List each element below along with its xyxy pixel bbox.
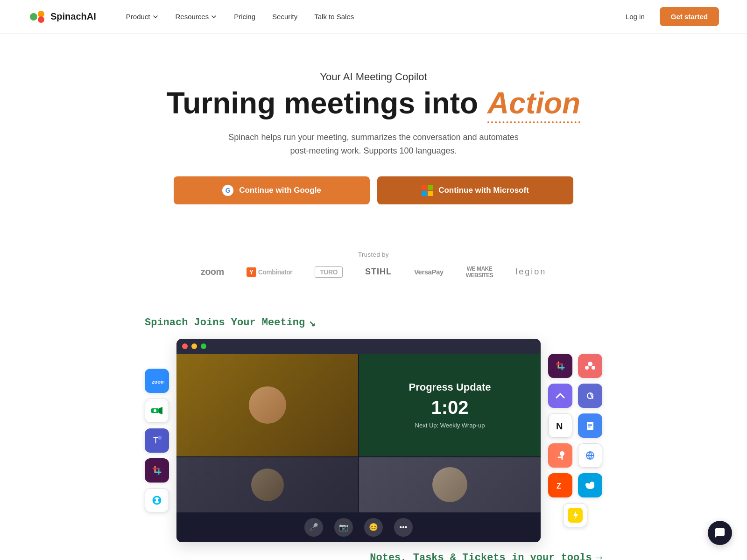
svg-rect-31: [583, 388, 598, 403]
hubspot-right-icon: [548, 443, 572, 468]
logo-text: SpinachAI: [50, 11, 96, 22]
svg-rect-40: [553, 448, 568, 463]
legion-logo: legion: [515, 267, 546, 277]
google-workspace-right-icon: [578, 443, 602, 468]
hero-section: Your AI Meeting Copilot Turning meetings…: [0, 34, 747, 251]
video-window: Progress Update 1:02 Next Up: Weekly Wra…: [176, 339, 541, 542]
svg-rect-21: [553, 358, 568, 373]
linear-right-icon: [578, 384, 602, 408]
nav-talk-to-sales[interactable]: Talk to Sales: [307, 9, 361, 24]
continue-with-microsoft-button[interactable]: Continue with Microsoft: [377, 176, 573, 204]
svg-point-11: [158, 436, 162, 440]
google-meet-app-icon: [145, 399, 169, 423]
svg-point-2: [38, 16, 44, 23]
teams-app-icon: T: [145, 428, 169, 453]
spinach-logo-icon: [28, 7, 47, 26]
logo-link[interactable]: SpinachAI: [28, 7, 96, 26]
notion-right-icon: N: [548, 413, 572, 438]
hero-title-prefix: Turning meetings into: [167, 87, 478, 119]
continue-with-google-button[interactable]: G Continue with Google: [174, 176, 370, 204]
trusted-logos: zoom Y Combinator TURO STIHL VersaPay WE…: [0, 266, 747, 279]
camera-button[interactable]: 📷: [334, 518, 353, 537]
slack-app-icon: [145, 458, 169, 483]
demo-label-bottom: Notes, Tasks & Tickets in your tools →: [145, 552, 602, 560]
stihl-logo: STIHL: [365, 267, 392, 277]
trusted-section: Trusted by zoom Y Combinator TURO STIHL …: [0, 251, 747, 279]
svg-point-19: [153, 499, 156, 502]
nav-pricing[interactable]: Pricing: [226, 9, 263, 24]
zoom-app-icon: zoom: [145, 369, 169, 393]
maximize-dot: [201, 343, 206, 349]
overlay-time: 1:02: [431, 397, 468, 418]
bolt-right-icon: [563, 503, 587, 527]
svg-text:zoom: zoom: [152, 379, 164, 385]
gdocs-right-icon: [578, 413, 602, 438]
apps-left: zoom T: [145, 339, 169, 542]
zoom-logo: zoom: [201, 266, 224, 277]
hero-title: Turning meetings into Action: [28, 87, 719, 119]
apps-right: N Z: [548, 339, 602, 542]
svg-point-27: [588, 362, 592, 366]
overlay-next: Next Up: Weekly Wrap-up: [415, 422, 485, 429]
demo-section: Spinach Joins Your Meeting ↘ zoom T: [117, 307, 630, 560]
emoji-button[interactable]: 😊: [364, 518, 383, 537]
video-grid: Progress Update 1:02 Next Up: Weekly Wra…: [176, 354, 541, 512]
microsoft-icon: [422, 185, 433, 196]
nav-resources[interactable]: Resources: [168, 9, 225, 24]
video-cell-1: [176, 354, 358, 456]
salesforce-right-icon: [578, 473, 602, 497]
svg-point-48: [585, 483, 589, 487]
svg-point-28: [585, 366, 589, 370]
svg-point-29: [592, 366, 595, 370]
wemakewebsites-logo: WE MAKEWEBSITES: [466, 266, 493, 279]
asana-right-icon: [578, 354, 602, 378]
hero-title-action: Action: [487, 87, 580, 119]
login-button[interactable]: Log in: [618, 9, 652, 24]
svg-point-49: [590, 482, 594, 486]
svg-point-20: [158, 499, 161, 502]
video-controls: 🎤 📷 😊 •••: [176, 512, 541, 542]
more-button[interactable]: •••: [394, 518, 413, 537]
versapay-logo: VersaPay: [414, 268, 444, 276]
chevron-down-icon: [211, 14, 217, 20]
hero-description: Spinach helps run your meeting, summariz…: [224, 131, 523, 158]
window-chrome: [176, 339, 541, 354]
mute-button[interactable]: 🎤: [304, 518, 323, 537]
hero-buttons: G Continue with Google Continue with Mic…: [28, 176, 719, 204]
slack-right-icon: [548, 354, 572, 378]
zapier-right-icon: Z: [548, 473, 572, 497]
nav-actions: Log in Get started: [618, 7, 719, 26]
turo-logo: TURO: [315, 266, 343, 278]
arrow-right-icon: →: [596, 552, 602, 560]
get-started-button[interactable]: Get started: [660, 7, 719, 26]
clickup-right-icon: [548, 384, 572, 408]
demo-container: zoom T: [145, 339, 602, 542]
demo-label-top: Spinach Joins Your Meeting ↘: [145, 316, 602, 329]
navigation: SpinachAI Product Resources Pricing Secu…: [0, 0, 747, 34]
nav-security[interactable]: Security: [265, 9, 305, 24]
chat-widget[interactable]: [708, 521, 732, 545]
svg-point-1: [38, 11, 44, 17]
svg-rect-17: [149, 493, 164, 508]
webex-app-icon: [145, 488, 169, 512]
svg-rect-30: [553, 388, 568, 403]
chevron-down-icon: [152, 14, 159, 20]
close-dot: [182, 343, 188, 349]
trusted-label: Trusted by: [0, 251, 747, 258]
arrow-icon: ↘: [309, 316, 315, 329]
svg-point-0: [30, 13, 37, 21]
svg-text:Z: Z: [557, 482, 561, 490]
overlay-title: Progress Update: [409, 381, 491, 393]
svg-rect-12: [149, 463, 164, 478]
video-cell-3: [176, 457, 358, 512]
minimize-dot: [191, 343, 197, 349]
video-cell-4: [359, 457, 541, 512]
chat-icon: [714, 527, 726, 539]
svg-point-8: [154, 409, 156, 412]
hero-subtitle: Your AI Meeting Copilot: [28, 71, 719, 83]
google-icon: G: [222, 185, 233, 196]
nav-links: Product Resources Pricing Security Talk …: [119, 9, 618, 24]
svg-text:T: T: [153, 436, 158, 445]
svg-text:N: N: [556, 421, 563, 431]
nav-product[interactable]: Product: [119, 9, 166, 24]
